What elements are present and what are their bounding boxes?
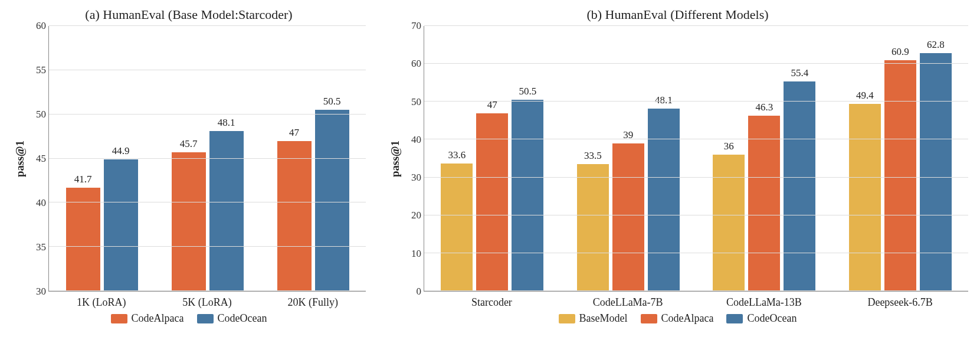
bar-value-label: 36 (724, 140, 734, 152)
bar-rect (648, 109, 680, 291)
charts-row: (a) HumanEval (Base Model:Starcoder) pas… (12, 7, 968, 325)
bar: 47 (277, 127, 312, 291)
legend-item: CodeAlpaca (641, 312, 714, 325)
gridline (49, 25, 366, 26)
gridline (49, 70, 366, 70)
bar: 50.5 (315, 96, 349, 291)
legend-swatch (197, 314, 214, 323)
bar-rect (66, 188, 100, 291)
bar: 46.3 (748, 102, 780, 291)
ytick-label: 60 (411, 58, 421, 70)
legend-label: CodeOcean (747, 312, 797, 325)
bar: 33.6 (441, 149, 473, 291)
bar-group: 33.64750.5 (424, 26, 561, 291)
legend-swatch (726, 314, 743, 323)
bar: 50.5 (512, 86, 543, 291)
bar-group: 3646.355.4 (696, 26, 832, 291)
legend-item: BaseModel (559, 312, 628, 325)
chart-a-plot-outer: pass@1 30354045505560 41.744.945.748.147… (12, 26, 366, 292)
chart-a: (a) HumanEval (Base Model:Starcoder) pas… (12, 7, 366, 325)
bar: 39 (612, 129, 644, 291)
bar-rect (172, 152, 206, 291)
ytick-label: 50 (411, 96, 421, 108)
bar-group: 4750.5 (260, 26, 366, 291)
chart-b: (b) HumanEval (Different Models) pass@1 … (387, 7, 968, 325)
legend-swatch (641, 314, 657, 323)
bar-value-label: 44.9 (112, 145, 130, 157)
gridline (424, 290, 968, 291)
ytick-label: 60 (36, 20, 46, 32)
bar-value-label: 48.1 (218, 117, 235, 129)
bar-rect (884, 60, 916, 291)
ytick-label: 70 (411, 20, 421, 32)
ytick-label: 45 (36, 153, 46, 165)
xtick-label: 5K (LoRA) (154, 292, 260, 309)
bar-value-label: 47 (289, 127, 299, 139)
ytick-label: 0 (417, 286, 422, 298)
ytick-label: 55 (36, 64, 46, 76)
bar: 62.8 (920, 39, 952, 291)
bar-rect (315, 110, 349, 291)
bar-rect (713, 155, 745, 291)
legend-item: CodeOcean (726, 312, 797, 325)
bar-rect (476, 113, 508, 291)
gridline (49, 246, 366, 247)
bar-group: 49.460.962.8 (832, 26, 969, 291)
bar-rect (849, 104, 881, 291)
ytick-label: 30 (411, 172, 421, 184)
chart-b-legend: BaseModelCodeAlpacaCodeOcean (387, 312, 968, 325)
bar-rect (920, 53, 952, 291)
xtick-label: Starcoder (424, 292, 560, 309)
gridline (424, 215, 968, 215)
bar-value-label: 62.8 (927, 39, 945, 51)
bar: 60.9 (884, 46, 916, 291)
legend-swatch (111, 314, 127, 323)
ytick-label: 20 (411, 210, 421, 221)
chart-b-yticks: 010203040506070 (404, 26, 424, 292)
chart-a-legend: CodeAlpacaCodeOcean (12, 312, 366, 325)
bar-rect (512, 100, 543, 291)
bar-value-label: 60.9 (891, 46, 909, 58)
bar-group: 41.744.9 (49, 26, 155, 291)
chart-b-plot-outer: pass@1 010203040506070 33.64750.533.5394… (387, 26, 968, 292)
xtick-label: 1K (LoRA) (48, 292, 154, 309)
bar-group: 45.748.1 (155, 26, 260, 291)
ytick-label: 50 (36, 109, 46, 120)
bar: 48.1 (648, 94, 680, 291)
legend-label: BaseModel (579, 312, 628, 325)
gridline (424, 25, 968, 26)
gridline (424, 101, 968, 102)
xtick-label: CodeLLaMa-13B (696, 292, 832, 309)
chart-a-title: (a) HumanEval (Base Model:Starcoder) (12, 7, 366, 22)
bar: 36 (713, 140, 745, 291)
bar: 33.5 (577, 150, 609, 291)
chart-b-xlabels: StarcoderCodeLLaMa-7BCodeLLaMa-13BDeepse… (424, 292, 968, 309)
ytick-label: 35 (36, 241, 46, 253)
bar-rect (104, 159, 138, 291)
bar-value-label: 33.6 (448, 149, 466, 161)
chart-a-ylabel: pass@1 (14, 140, 27, 177)
chart-b-title: (b) HumanEval (Different Models) (387, 7, 968, 22)
bar-value-label: 55.4 (791, 67, 808, 79)
chart-a-xlabels: 1K (LoRA)5K (LoRA)20K (Fully) (48, 292, 366, 309)
ytick-label: 40 (411, 134, 421, 146)
ytick-label: 30 (36, 286, 46, 298)
bar: 45.7 (172, 138, 206, 291)
bar-rect (784, 81, 815, 291)
xtick-label: 20K (Fully) (260, 292, 366, 309)
gridline (424, 139, 968, 139)
bar-rect (277, 141, 312, 291)
gridline (49, 290, 366, 291)
bar-value-label: 50.5 (519, 86, 536, 97)
bar-value-label: 50.5 (323, 96, 341, 107)
bar: 41.7 (66, 174, 100, 291)
bar: 49.4 (849, 90, 881, 291)
gridline (49, 114, 366, 115)
chart-a-yticks: 30354045505560 (28, 26, 48, 292)
bar: 48.1 (209, 117, 244, 291)
bar-rect (748, 116, 780, 291)
gridline (49, 158, 366, 159)
bar: 47 (476, 99, 508, 291)
bar-rect (612, 143, 644, 291)
legend-label: CodeOcean (218, 312, 267, 325)
